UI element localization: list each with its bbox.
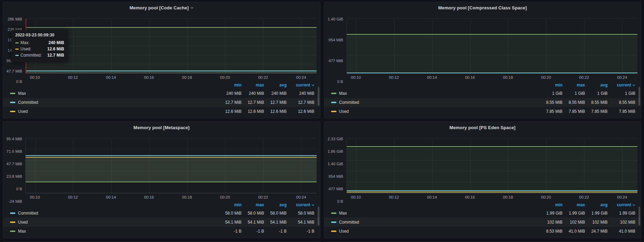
tooltip-row: Used: 12.6 MiB: [15, 46, 64, 52]
y-tick-label: 286 MiB: [8, 17, 22, 21]
legend-col-min[interactable]: min: [540, 83, 563, 87]
legend: minmaxavgcurrentCommitted58.0 MiB58.0 Mi…: [3, 201, 320, 238]
legend-col-min[interactable]: min: [219, 83, 242, 87]
legend-series-name[interactable]: Max: [339, 91, 347, 96]
legend-col-max[interactable]: max: [242, 202, 264, 207]
legend-col-max[interactable]: max: [563, 202, 585, 207]
legend-value-min: -1 B: [219, 229, 242, 234]
legend-series-name[interactable]: Max: [18, 91, 26, 96]
legend-scrollbar-thumb[interactable]: [638, 87, 640, 106]
legend-col-current[interactable]: current: [608, 202, 635, 207]
legend-row: Used7.85 MiB7.85 MiB7.85 MiB7.85 MiB: [324, 107, 641, 116]
legend-value-min: 7.85 MiB: [540, 109, 563, 114]
legend-series-name[interactable]: Used: [339, 109, 349, 114]
x-tick-label: 00:12: [68, 195, 78, 199]
legend-value-max: 240 MiB: [242, 91, 264, 96]
legend-value-avg: 54.1 MiB: [264, 220, 287, 225]
legend-value-current: -1 B: [287, 229, 315, 234]
legend-col-current[interactable]: current: [287, 83, 315, 87]
legend-value-max: -1 B: [242, 229, 264, 234]
legend-series-name[interactable]: Used: [18, 220, 28, 225]
x-tick-label: 00:16: [144, 195, 154, 199]
series-color-swatch: [331, 93, 336, 94]
legend-row: Committed58.0 MiB58.0 MiB58.0 MiB58.0 Mi…: [3, 209, 320, 218]
legend-col-max[interactable]: max: [563, 83, 585, 87]
panel-title[interactable]: Memory pool [Metaspace]: [134, 125, 190, 130]
y-tick-label: 95.4 MiB: [7, 137, 22, 141]
panel-title[interactable]: Memory pool [Compressed Class Space]: [438, 5, 527, 10]
series-color-swatch: [10, 102, 15, 103]
chart-plot[interactable]: [25, 19, 317, 74]
legend-series-name[interactable]: Committed: [339, 220, 359, 225]
x-tick-label: 00:20: [541, 75, 551, 80]
legend-value-current: 240 MiB: [287, 91, 315, 96]
legend-value-current: 12.7 MiB: [287, 100, 315, 105]
legend-row: Committed12.7 MiB12.7 MiB12.7 MiB12.7 Mi…: [3, 98, 320, 107]
series-color-swatch: [10, 222, 15, 223]
legend-value-current: 54.1 MiB: [287, 220, 315, 225]
legend-header: minmaxavgcurrent: [3, 81, 320, 89]
legend-col-min[interactable]: min: [219, 202, 242, 207]
chart-plot[interactable]: [346, 139, 638, 193]
y-tick-label: 0 B: [16, 187, 22, 191]
y-axis: 0 B477 MiB954 MiB1.40 GiB: [324, 19, 346, 81]
legend-row: Used54.1 MiB54.1 MiB54.1 MiB54.1 MiB: [3, 218, 320, 227]
legend-col-max[interactable]: max: [242, 83, 264, 87]
series-color-swatch: [15, 55, 19, 56]
legend-row: Used12.6 MiB12.6 MiB12.6 MiB12.6 MiB: [3, 107, 320, 116]
legend-row: Max-1 B-1 B-1 B-1 B: [3, 227, 320, 236]
legend-series-name[interactable]: Committed: [18, 211, 38, 216]
legend: minmaxavgcurrentMax240 MiB240 MiB240 MiB…: [3, 81, 320, 118]
panel-header[interactable]: Memory pool [Compressed Class Space]: [324, 3, 641, 12]
tooltip-series-value: 12.7 MiB: [42, 53, 64, 58]
legend-series-name[interactable]: Max: [18, 229, 26, 234]
legend-col-avg[interactable]: avg: [264, 83, 287, 87]
x-tick-label: 00:10: [351, 75, 361, 80]
legend-col-current[interactable]: current: [608, 83, 635, 87]
x-tick-label: 00:14: [106, 75, 116, 80]
legend-series-name[interactable]: Used: [18, 109, 28, 114]
series-color-swatch: [15, 49, 19, 50]
y-tick-label: 1.86 GiB: [328, 149, 343, 153]
panel-header[interactable]: Memory pool [PS Eden Space]: [324, 123, 641, 132]
legend-value-avg: 240 MiB: [264, 91, 287, 96]
x-tick-label: 00:14: [427, 195, 437, 199]
legend-col-avg[interactable]: avg: [585, 202, 608, 207]
panel-header[interactable]: Memory pool [Metaspace]: [3, 123, 320, 132]
legend-series-name[interactable]: Used: [339, 229, 349, 234]
legend-value-avg: -1 B: [264, 229, 287, 234]
legend-col-avg[interactable]: avg: [585, 83, 608, 87]
legend-scrollbar-thumb[interactable]: [318, 207, 319, 225]
legend-value-avg: 1.99 GiB: [585, 211, 608, 216]
legend-col-avg[interactable]: avg: [264, 202, 287, 207]
series-area-max: [26, 27, 317, 73]
panel-header[interactable]: Memory pool [Code Cache]: [3, 3, 320, 12]
series-color-swatch: [15, 42, 19, 43]
legend-row: Committed8.55 MiB8.55 MiB8.55 MiB8.55 Mi…: [324, 98, 641, 107]
legend-scrollbar-thumb[interactable]: [638, 207, 640, 225]
legend-col-current[interactable]: current: [287, 202, 315, 207]
series-color-swatch: [10, 231, 15, 232]
legend-series-name[interactable]: Max: [339, 211, 347, 216]
panel-menu-chevron-icon[interactable]: [190, 5, 194, 11]
y-tick-label: 1.40 GiB: [328, 17, 343, 21]
legend-series-name[interactable]: Committed: [18, 100, 38, 105]
chart-plot[interactable]: [346, 19, 638, 74]
chart-plot[interactable]: [25, 139, 317, 193]
panel-title[interactable]: Memory pool [PS Eden Space]: [449, 125, 516, 130]
legend-header: minmaxavgcurrent: [3, 201, 320, 209]
legend-value-max: 1.99 GiB: [563, 211, 585, 216]
panel-title[interactable]: Memory pool [Code Cache]: [129, 5, 189, 10]
tooltip-row: Committed: 12.7 MiB: [15, 52, 64, 58]
legend-col-min[interactable]: min: [540, 202, 563, 207]
y-tick-label: 477 MiB: [328, 187, 343, 191]
y-tick-label: 23.8 MiB: [7, 174, 22, 178]
x-tick-label: 00:20: [220, 195, 230, 199]
legend-scrollbar-thumb[interactable]: [318, 87, 319, 106]
legend-series-name[interactable]: Committed: [339, 100, 359, 105]
chart-region: -24 MiB0 B23.8 MiB47.7 MiB71.5 MiB95.4 M…: [3, 139, 317, 201]
x-tick-label: 00:24: [617, 195, 627, 199]
legend-value-min: 1.99 GiB: [540, 211, 563, 216]
y-tick-label: 477 MiB: [328, 59, 343, 63]
legend-value-max: 54.1 MiB: [242, 220, 264, 225]
